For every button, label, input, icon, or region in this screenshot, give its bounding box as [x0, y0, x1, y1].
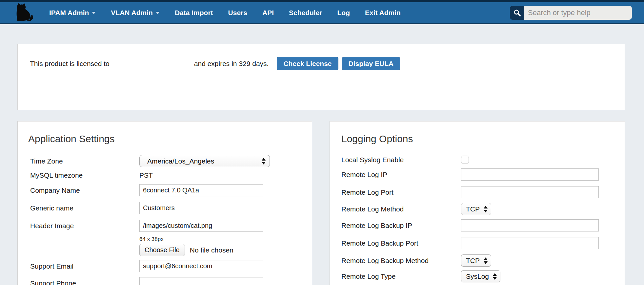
license-intro-text: This product is licensed to [30, 60, 110, 68]
local-syslog-checkbox[interactable] [461, 156, 469, 164]
caret-down-icon [156, 12, 160, 14]
caret-down-icon [92, 12, 96, 14]
select-updown-icon [262, 158, 266, 164]
remote-log-backup-method-value: TCP [466, 257, 480, 265]
search-input[interactable] [524, 6, 632, 20]
remote-log-backup-ip-row: Remote Log Backup IP [341, 219, 599, 231]
nav-item-ipam-admin[interactable]: IPAM Admin [42, 2, 103, 24]
remote-log-method-row: Remote Log Method TCP [341, 203, 491, 215]
mysql-timezone-value: PST [139, 171, 153, 179]
remote-log-backup-ip-input[interactable] [461, 219, 599, 231]
time-zone-label: Time Zone [30, 157, 139, 165]
select-updown-icon [493, 273, 497, 280]
company-name-input[interactable] [139, 184, 263, 196]
remote-log-type-row: Remote Log Type SysLog [341, 270, 500, 282]
remote-log-backup-port-label: Remote Log Backup Port [341, 239, 461, 247]
support-email-label: Support Email [30, 262, 139, 270]
company-name-row: Company Name [30, 184, 263, 196]
remote-log-method-value: TCP [466, 205, 480, 213]
remote-log-ip-row: Remote Log IP [341, 168, 599, 181]
nav-items: IPAM Admin VLAN Admin Data Import Users … [42, 2, 408, 24]
remote-log-backup-port-input[interactable] [461, 237, 599, 249]
remote-log-port-row: Remote Log Port [341, 186, 599, 198]
application-settings-card: Application Settings Time Zone America/L… [17, 121, 312, 285]
remote-log-type-label: Remote Log Type [341, 273, 461, 280]
file-chooser-row: Choose File No file chosen [30, 244, 233, 256]
choose-file-button[interactable]: Choose File [139, 244, 185, 256]
nav-item-log[interactable]: Log [330, 2, 357, 24]
nav-item-label: API [262, 2, 274, 24]
license-row: This product is licensed to and expires … [18, 57, 625, 70]
nav-item-users[interactable]: Users [221, 2, 255, 24]
nav-item-exit-admin[interactable]: Exit Admin [357, 2, 408, 24]
nav-item-api[interactable]: API [255, 2, 281, 24]
remote-log-port-label: Remote Log Port [341, 188, 461, 196]
time-zone-row: Time Zone America/Los_Angeles [30, 155, 270, 167]
generic-name-input[interactable] [139, 202, 263, 214]
image-size-hint: 64 x 38px [139, 236, 164, 243]
mysql-timezone-label: MySQL timezone [30, 171, 139, 179]
license-panel: This product is licensed to and expires … [17, 44, 625, 110]
logging-options-title: Logging Options [341, 133, 413, 144]
remote-log-type-select[interactable]: SysLog [461, 270, 500, 282]
generic-name-label: Generic name [30, 204, 139, 212]
support-email-row: Support Email [30, 260, 263, 272]
support-phone-row: Support Phone [30, 277, 263, 285]
generic-name-row: Generic name [30, 202, 263, 214]
local-syslog-label: Local Syslog Enable [341, 156, 461, 164]
remote-log-backup-ip-label: Remote Log Backup IP [341, 222, 461, 230]
display-eula-button[interactable]: Display EULA [342, 57, 400, 70]
remote-log-type-value: SysLog [466, 273, 489, 280]
remote-log-method-label: Remote Log Method [341, 205, 461, 213]
image-size-hint-row: 64 x 38px [30, 235, 164, 244]
nav-item-label: Exit Admin [365, 2, 401, 24]
nav-item-label: Log [337, 2, 350, 24]
nav-item-data-import[interactable]: Data Import [167, 2, 221, 24]
nav-item-vlan-admin[interactable]: VLAN Admin [103, 2, 167, 24]
remote-log-backup-method-select[interactable]: TCP [461, 254, 491, 267]
nav-item-label: VLAN Admin [111, 2, 153, 24]
file-status-text: No file chosen [190, 246, 233, 254]
search-icon-box[interactable] [510, 6, 524, 20]
remote-log-method-select[interactable]: TCP [461, 203, 491, 215]
nav-item-scheduler[interactable]: Scheduler [281, 2, 330, 24]
license-expiry-text: and expires in 329 days. [194, 60, 269, 68]
remote-log-ip-input[interactable] [461, 168, 599, 181]
time-zone-selected-value: America/Los_Angeles [147, 157, 214, 165]
remote-log-backup-port-row: Remote Log Backup Port [341, 237, 599, 249]
support-email-input[interactable] [139, 260, 263, 272]
local-syslog-row: Local Syslog Enable [341, 154, 469, 166]
remote-log-ip-label: Remote Log IP [341, 171, 461, 179]
remote-log-backup-method-row: Remote Log Backup Method TCP [341, 254, 491, 267]
select-updown-icon [484, 206, 488, 212]
mysql-timezone-row: MySQL timezone PST [30, 169, 153, 181]
support-phone-label: Support Phone [30, 279, 139, 285]
nav-item-label: Scheduler [289, 2, 322, 24]
time-zone-select[interactable]: America/Los_Angeles [139, 155, 270, 167]
header-image-row: Header Image [30, 220, 263, 232]
header-image-label: Header Image [30, 222, 139, 230]
select-updown-icon [484, 257, 488, 264]
admin-search [510, 6, 632, 20]
application-settings-title: Application Settings [28, 133, 115, 144]
company-name-label: Company Name [30, 186, 139, 194]
nav-item-label: Data Import [175, 2, 213, 24]
support-phone-input[interactable] [139, 277, 263, 285]
header-image-input[interactable] [139, 220, 263, 232]
cat-logo[interactable] [12, 3, 35, 24]
search-icon [513, 9, 521, 17]
remote-log-backup-method-label: Remote Log Backup Method [341, 257, 461, 265]
nav-item-label: IPAM Admin [49, 2, 89, 24]
remote-log-port-input[interactable] [461, 186, 599, 198]
logging-options-card: Logging Options Local Syslog Enable Remo… [330, 121, 625, 285]
nav-item-label: Users [228, 2, 247, 24]
main-navbar: IPAM Admin VLAN Admin Data Import Users … [0, 2, 644, 24]
check-license-button[interactable]: Check License [277, 57, 338, 70]
